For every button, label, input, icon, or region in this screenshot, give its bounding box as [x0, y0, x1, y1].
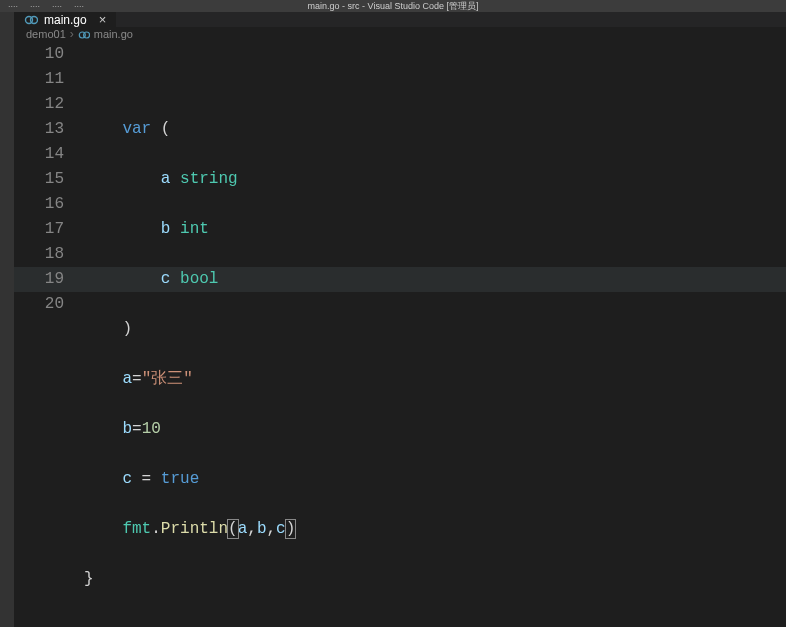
code-content[interactable]: var ( a string b int c bool ) a="张三" b=1…	[84, 42, 786, 627]
breadcrumb-folder[interactable]: demo01	[26, 28, 66, 40]
go-file-icon	[78, 27, 90, 40]
chevron-right-icon: ›	[70, 27, 74, 41]
tab-label: main.go	[44, 13, 87, 27]
tab-bar: main.go ×	[14, 12, 786, 27]
activity-bar[interactable]	[0, 12, 14, 627]
go-file-icon	[24, 13, 38, 27]
breadcrumb-file[interactable]: main.go	[94, 28, 133, 40]
line-number-gutter: 10 11 12 13 14 15 16 17 18 19 20	[14, 42, 84, 627]
tab-main-go[interactable]: main.go ×	[14, 12, 117, 27]
breadcrumb[interactable]: demo01 › main.go	[14, 27, 786, 42]
svg-point-1	[31, 16, 38, 23]
svg-point-3	[83, 32, 89, 38]
code-editor[interactable]: 10 11 12 13 14 15 16 17 18 19 20 var ( a…	[14, 42, 786, 627]
menu-bar: ················ main.go - src - Visual …	[0, 0, 786, 12]
window-title: main.go - src - Visual Studio Code [管理员]	[308, 0, 479, 13]
close-icon[interactable]: ×	[99, 12, 107, 27]
